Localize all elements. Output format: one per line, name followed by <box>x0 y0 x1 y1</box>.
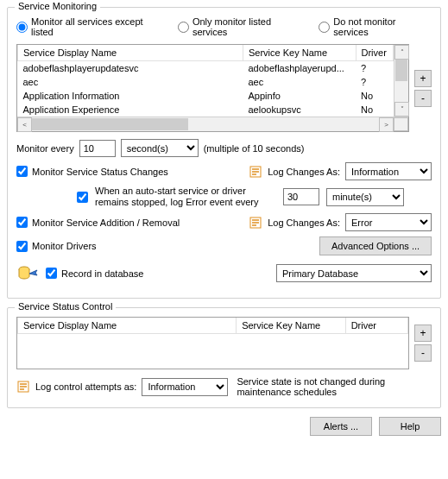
maintenance-note: Service state is not changed during main… <box>237 376 432 397</box>
record-db-select[interactable]: Primary Database <box>276 264 432 282</box>
radio-none[interactable] <box>319 22 330 33</box>
record-db-checkbox[interactable] <box>46 268 57 279</box>
service-status-control-group: Service Status Control Service Display N… <box>7 307 441 408</box>
col-display-name[interactable]: Service Display Name <box>18 45 243 61</box>
auto-start-checkbox[interactable] <box>77 192 88 203</box>
help-button[interactable]: Help <box>379 417 441 436</box>
table-row[interactable]: adobeflashplayerupdatesvc adobeflashplay… <box>18 61 394 76</box>
monitor-drivers-checkbox[interactable] <box>16 241 28 252</box>
cell-driver: No <box>356 89 394 103</box>
auto-start-value[interactable] <box>283 188 319 205</box>
scroll-up-icon[interactable]: ˄ <box>394 45 409 60</box>
add-service-button[interactable]: + <box>414 70 432 87</box>
cell-display: adobeflashplayerupdatesvc <box>18 61 243 76</box>
monitor-every-label: Monitor every <box>16 143 74 154</box>
record-db-text: Record in database <box>61 268 143 279</box>
monitor-mode-radios: Monitor all services except listed Only … <box>16 16 432 37</box>
monitor-drivers-checkbox-label[interactable]: Monitor Drivers <box>16 241 97 252</box>
monitor-every-input[interactable] <box>79 140 116 157</box>
log-as-label-2: Log Changes As: <box>268 217 340 228</box>
log-as-select-1[interactable]: Information <box>345 162 432 180</box>
cell-display: aec <box>18 75 243 89</box>
service-monitoring-title: Service Monitoring <box>15 1 100 11</box>
monitor-every-unit[interactable]: second(s) <box>121 139 199 157</box>
cell-key: adobeflashplayerupd... <box>243 61 357 76</box>
cell-key: aelookupsvc <box>243 103 357 117</box>
col-display-name-2[interactable]: Service Display Name <box>18 318 237 334</box>
service-monitoring-group: Service Monitoring Monitor all services … <box>7 7 441 299</box>
hscroll-thumb[interactable] <box>32 118 188 130</box>
log-icon <box>249 216 262 230</box>
status-changes-text: Monitor Service Status Changes <box>32 167 168 177</box>
services-vscroll[interactable]: ˄ ˅ <box>394 45 408 117</box>
radio-only-text: Only monitor listed services <box>192 16 306 37</box>
service-status-control-title: Service Status Control <box>15 301 116 312</box>
log-icon <box>249 165 262 179</box>
radio-only[interactable] <box>178 22 189 33</box>
cell-driver: ? <box>356 61 394 76</box>
scroll-down-icon[interactable]: ˅ <box>394 102 409 117</box>
table-row[interactable]: Application Information Appinfo No <box>18 89 394 103</box>
radio-except-text: Monitor all services except listed <box>31 16 166 37</box>
auto-start-text: When an auto-start service or driver rem… <box>95 186 276 208</box>
auto-start-unit[interactable]: minute(s) <box>326 188 404 206</box>
radio-except-label[interactable]: Monitor all services except listed <box>16 16 166 37</box>
monitor-every-hint: (multiple of 10 seconds) <box>204 143 305 154</box>
radio-except[interactable] <box>16 22 28 33</box>
radio-only-label[interactable]: Only monitor listed services <box>178 16 306 37</box>
record-db-checkbox-label[interactable]: Record in database <box>46 268 143 279</box>
remove-service-button[interactable]: - <box>414 90 432 107</box>
col-key-name[interactable]: Service Key Name <box>243 45 357 61</box>
cell-driver: ? <box>356 75 394 89</box>
services-table[interactable]: Service Display Name Service Key Name Dr… <box>16 44 409 132</box>
table-row[interactable]: Application Experience aelookupsvc No <box>18 103 394 117</box>
database-icon <box>16 265 41 282</box>
empty-table-body <box>23 336 403 367</box>
cell-key: Appinfo <box>243 89 357 103</box>
scroll-corner <box>394 117 408 131</box>
log-attempts-select[interactable]: Information <box>142 378 228 396</box>
add-status-button[interactable]: + <box>414 325 432 342</box>
scroll-left-icon[interactable]: < <box>17 117 32 132</box>
add-remove-checkbox-label[interactable]: Monitor Service Addition / Removal <box>16 217 180 228</box>
alerts-button[interactable]: Alerts ... <box>310 417 372 436</box>
monitor-drivers-text: Monitor Drivers <box>32 241 97 251</box>
cell-driver: No <box>356 103 394 117</box>
col-key-name-2[interactable]: Service Key Name <box>237 318 346 334</box>
log-attempts-label: Log control attempts as: <box>35 381 136 392</box>
services-hscroll[interactable]: < > <box>17 117 408 131</box>
remove-status-button[interactable]: - <box>414 344 432 362</box>
add-remove-text: Monitor Service Addition / Removal <box>32 217 180 228</box>
log-as-label-1: Log Changes As: <box>268 167 340 177</box>
table-row[interactable]: aec aec ? <box>18 75 394 89</box>
cell-display: Application Experience <box>18 103 243 117</box>
col-driver-2[interactable]: Driver <box>345 318 407 334</box>
advanced-options-button[interactable]: Advanced Options ... <box>319 236 432 255</box>
scroll-right-icon[interactable]: > <box>379 117 394 132</box>
col-driver[interactable]: Driver <box>356 45 394 61</box>
add-remove-checkbox[interactable] <box>16 217 28 228</box>
status-changes-checkbox-label[interactable]: Monitor Service Status Changes <box>16 166 168 177</box>
status-changes-checkbox[interactable] <box>16 166 28 177</box>
vscroll-thumb[interactable] <box>395 60 407 81</box>
radio-none-label[interactable]: Do not monitor services <box>319 16 432 37</box>
radio-none-text: Do not monitor services <box>333 16 432 37</box>
cell-display: Application Information <box>18 89 243 103</box>
log-as-select-2[interactable]: Error <box>345 213 432 231</box>
status-control-table[interactable]: Service Display Name Service Key Name Dr… <box>16 317 409 369</box>
log-icon <box>16 380 30 394</box>
cell-key: aec <box>243 75 357 89</box>
